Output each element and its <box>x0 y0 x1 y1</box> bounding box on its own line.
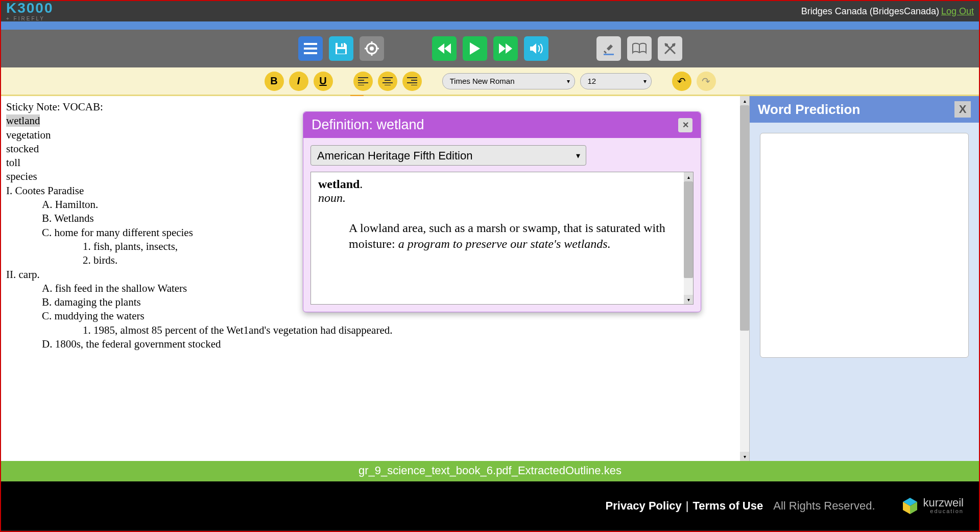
svg-rect-5 <box>337 49 345 54</box>
logout-link[interactable]: Log Out <box>941 6 974 17</box>
svg-point-16 <box>672 43 675 47</box>
definition-pos: noun. <box>318 191 346 204</box>
align-center-button[interactable] <box>378 72 397 91</box>
align-right-button[interactable] <box>402 72 422 91</box>
close-icon[interactable]: ✕ <box>678 118 692 132</box>
scroll-up-arrow[interactable]: ▴ <box>740 96 749 105</box>
format-toolbar: B I U Times New Roman 12 ↶ ↷ <box>1 67 979 96</box>
cube-icon <box>901 497 919 515</box>
definition-example: a program to preserve our state's wetlan… <box>398 237 611 250</box>
play-button[interactable] <box>463 36 487 61</box>
definition-text: wetland. noun. A lowland area, such as a… <box>310 172 694 305</box>
app-logo[interactable]: K3000 + FIREFLY <box>6 1 54 21</box>
svg-point-15 <box>665 43 668 47</box>
word-prediction-list[interactable] <box>760 133 969 358</box>
definition-word: wetland <box>318 177 360 191</box>
scroll-up-arrow[interactable]: ▴ <box>684 172 693 181</box>
word-prediction-title: Word Prediction <box>758 102 860 118</box>
rewind-button[interactable] <box>432 36 457 61</box>
definition-popup: Definition: wetland ✕ American Heritage … <box>303 111 701 312</box>
dictionary-button[interactable] <box>627 36 652 61</box>
vocab-word-highlighted[interactable]: wetland <box>6 114 40 127</box>
highlight-tool-button[interactable] <box>596 36 621 61</box>
user-info: Bridges Canada (BridgesCanada) <box>801 6 939 17</box>
redo-button: ↷ <box>697 72 716 91</box>
footer: Privacy Policy | Terms of Use All Rights… <box>1 481 979 530</box>
rights-text: All Rights Reserved. <box>773 499 875 513</box>
definition-title: Definition: wetland <box>312 117 424 133</box>
svg-rect-12 <box>604 54 614 55</box>
terms-link[interactable]: Terms of Use <box>692 499 763 513</box>
scroll-thumb[interactable] <box>740 105 749 331</box>
scroll-down-arrow[interactable]: ▾ <box>740 452 749 461</box>
undo-button[interactable]: ↶ <box>672 72 691 91</box>
logo-main: K3000 <box>6 1 54 15</box>
word-prediction-panel: Word Prediction X <box>749 96 979 461</box>
filename: gr_9_science_text_book_6.pdf_ExtractedOu… <box>358 464 622 477</box>
svg-rect-0 <box>304 43 317 45</box>
scroll-down-arrow[interactable]: ▾ <box>684 295 693 304</box>
italic-button[interactable]: I <box>289 72 308 91</box>
brand-logo[interactable]: kurzweil education <box>901 497 964 515</box>
dictionary-select[interactable]: American Heritage Fifth Edition <box>310 145 586 166</box>
scroll-thumb[interactable] <box>684 181 693 278</box>
close-icon[interactable]: X <box>954 101 971 118</box>
font-select[interactable]: Times New Roman <box>442 73 575 89</box>
settings-button[interactable] <box>360 36 384 61</box>
audio-button[interactable] <box>524 36 548 61</box>
filename-bar: gr_9_science_text_book_6.pdf_ExtractedOu… <box>1 461 979 481</box>
document-area[interactable]: Sticky Note: VOCAB: wetland vegetation s… <box>1 96 749 461</box>
menu-button[interactable] <box>298 36 323 61</box>
vertical-scrollbar[interactable]: ▴ ▾ <box>740 96 749 461</box>
svg-point-7 <box>370 47 374 51</box>
bold-button[interactable]: B <box>265 72 284 91</box>
svg-rect-2 <box>304 52 317 54</box>
brand-sub: education <box>930 508 964 514</box>
svg-rect-3 <box>338 43 344 47</box>
privacy-link[interactable]: Privacy Policy <box>606 499 682 513</box>
save-button[interactable] <box>329 36 353 61</box>
tools-button[interactable] <box>658 36 682 61</box>
font-size-select[interactable]: 12 <box>580 73 652 89</box>
align-left-button[interactable] <box>353 72 373 91</box>
outline-line[interactable]: 1. 1985, almost 85 percent of the Wet1an… <box>6 323 744 337</box>
main-toolbar <box>1 30 979 67</box>
underline-button[interactable]: U <box>314 72 333 91</box>
svg-rect-1 <box>304 48 317 50</box>
forward-button[interactable] <box>493 36 518 61</box>
logo-sub: + FIREFLY <box>6 16 54 21</box>
outline-line[interactable]: D. 1800s, the federal government stocked <box>6 337 744 351</box>
svg-rect-4 <box>341 43 343 47</box>
brand-name: kurzweil <box>923 497 964 508</box>
